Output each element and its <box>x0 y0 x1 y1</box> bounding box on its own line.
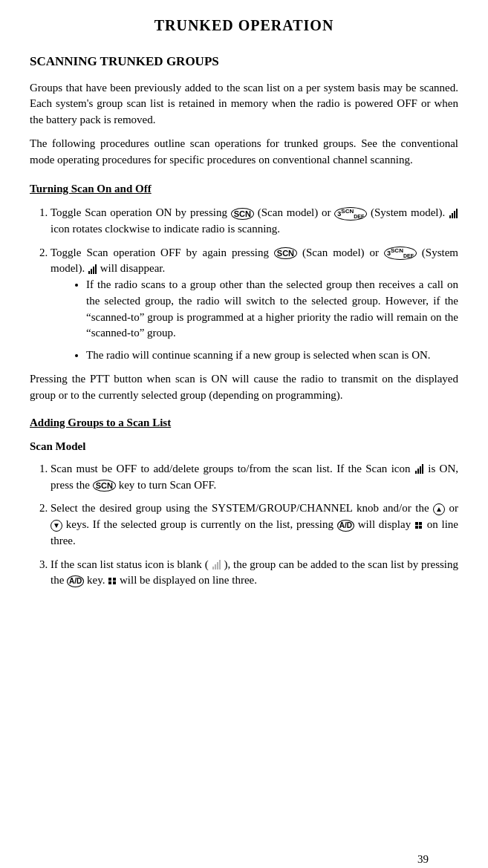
ag3-text3: key. <box>87 574 108 586</box>
grid-icon-2 <box>108 578 116 585</box>
scn-icon-1: SCN <box>231 208 254 220</box>
blank-scan-icon <box>212 561 221 570</box>
ts2-text-before: Toggle Scan operation OFF by again press… <box>51 247 274 258</box>
page-number: 39 <box>417 852 429 868</box>
turning-scan-section: Turning Scan On and Off Toggle Scan oper… <box>30 181 458 403</box>
ag2-or: or <box>449 502 459 514</box>
scan-bars-icon-1 <box>449 209 458 218</box>
grid-icon-1 <box>415 522 423 529</box>
turning-scan-bullets: If the radio scans to a group other than… <box>86 277 458 364</box>
ag1-text1: Scan must be OFF to add/delete groups to… <box>51 463 414 474</box>
adding-groups-section: Adding Groups to a Scan List Scan Model … <box>30 415 458 589</box>
scn3-icon-1: 3SCNDEF <box>334 207 367 221</box>
ts2-text-mid1: (Scan model) or <box>302 247 384 258</box>
ptt-paragraph: Pressing the PTT button when scan is ON … <box>30 371 458 404</box>
turning-scan-item-2: Toggle Scan operation OFF by again press… <box>51 245 458 364</box>
scn-icon-2: SCN <box>274 247 297 259</box>
page-title: TRUNKED OPERATION <box>30 15 458 36</box>
ag2-text2: keys. If the selected group is currently… <box>66 518 337 530</box>
scan-model-heading: Scan Model <box>30 439 458 455</box>
scan-bars-icon-2 <box>88 265 97 274</box>
ts1-text-mid2: (System model). <box>371 206 449 218</box>
up-arrow-icon: ▲ <box>433 503 445 515</box>
scn3-icon-2: 3SCNDEF <box>384 247 417 260</box>
adding-item-3: If the scan list status icon is blank ( … <box>51 557 458 590</box>
turning-scan-heading: Turning Scan On and Off <box>30 181 458 198</box>
ag3-text1: If the scan list status icon is blank ( <box>51 558 209 570</box>
scanning-para-2: The following procedures outline scan op… <box>30 136 458 169</box>
bullet-2: The radio will continue scanning if a ne… <box>86 347 458 364</box>
scanning-heading: SCANNING TRUNKED GROUPS <box>30 53 458 71</box>
ag1-text3: key to turn Scan OFF. <box>119 479 217 491</box>
ag3-text4: will be displayed on line three. <box>120 574 257 586</box>
turning-scan-item-1: Toggle Scan operation ON by pressing SCN… <box>51 205 458 238</box>
adding-groups-list: Scan must be OFF to add/delete groups to… <box>51 461 458 589</box>
down-arrow-icon: ▼ <box>51 520 62 532</box>
scanning-para-1: Groups that have been previously added t… <box>30 80 458 128</box>
adding-groups-heading: Adding Groups to a Scan List <box>30 415 458 431</box>
bullet-1: If the radio scans to a group other than… <box>86 277 458 342</box>
ad-icon-2: A/D <box>67 575 84 587</box>
ts2-text-after: will disappear. <box>100 262 165 274</box>
adding-item-1: Scan must be OFF to add/delete groups to… <box>51 461 458 494</box>
ad-icon-1: A/D <box>337 520 354 532</box>
ts1-text-after: icon rotates clockwise to indicate radio… <box>51 223 280 235</box>
ag2-text3: will display <box>358 518 414 530</box>
ts1-text-mid1: (Scan model) or <box>258 206 335 218</box>
ag2-text1: Select the desired group using the SYSTE… <box>51 502 433 514</box>
turning-scan-list: Toggle Scan operation ON by pressing SCN… <box>51 205 458 364</box>
scan-bars-icon-3 <box>415 465 423 474</box>
scn-icon-3: SCN <box>93 480 116 492</box>
ts1-text-before: Toggle Scan operation ON by pressing <box>51 206 231 218</box>
scanning-section: SCANNING TRUNKED GROUPS Groups that have… <box>30 53 458 168</box>
adding-item-2: Select the desired group using the SYSTE… <box>51 500 458 549</box>
